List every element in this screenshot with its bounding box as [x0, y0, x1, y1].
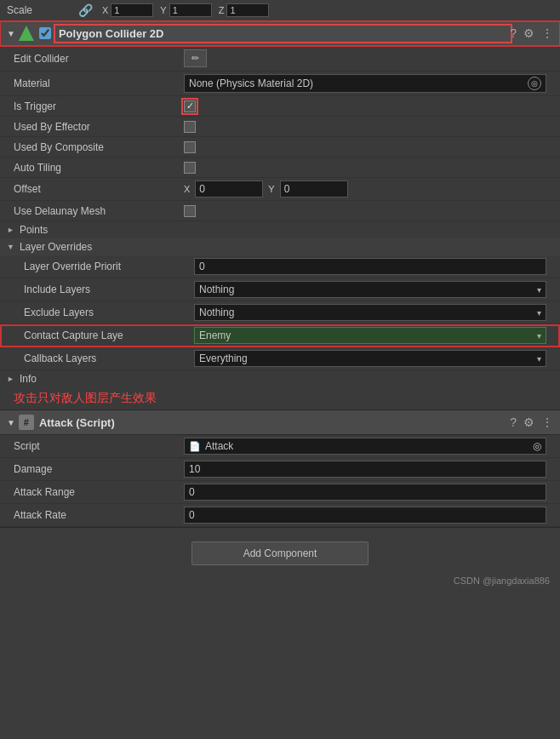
layer-overrides-arrow: ▼: [7, 243, 14, 251]
exclude-layers-value: Nothing ▾: [194, 304, 546, 321]
callback-layers-dropdown[interactable]: Everything ▾: [194, 350, 546, 367]
offset-y-label: Y: [268, 184, 274, 194]
info-section-header[interactable]: ► Info: [0, 370, 560, 387]
more-icon[interactable]: ⋮: [541, 26, 553, 40]
callback-layers-row: Callback Layers Everything ▾: [0, 347, 560, 370]
scale-label: Scale: [7, 4, 75, 16]
used-by-effector-checkbox[interactable]: [184, 121, 196, 133]
damage-row: Damage: [0, 458, 560, 481]
collapse-arrow-polygon[interactable]: ▼: [7, 29, 15, 38]
offset-x-input[interactable]: [195, 180, 263, 198]
footer: CSDN @jiangdaxia886: [0, 572, 560, 589]
polygon-collider-block: ▼ Polygon Collider 2D ? ⚙ ⋮ Edit Collide…: [0, 21, 560, 410]
attack-rate-label: Attack Rate: [14, 509, 184, 521]
is-trigger-checkbox[interactable]: [184, 100, 196, 112]
exclude-layers-label: Exclude Layers: [24, 306, 194, 318]
attack-rate-input[interactable]: [184, 507, 546, 524]
scale-row: Scale 🔗 X Y Z: [0, 0, 560, 21]
main-container: Scale 🔗 X Y Z ▼ Polygon Collider 2D ? ⚙ …: [0, 0, 560, 589]
scale-x-input[interactable]: [111, 3, 153, 17]
damage-input[interactable]: [184, 461, 546, 478]
attack-rate-value: [184, 507, 546, 524]
priority-input[interactable]: [194, 258, 546, 275]
attack-more-icon[interactable]: ⋮: [541, 415, 553, 429]
damage-label: Damage: [14, 463, 184, 475]
material-field[interactable]: None (Physics Material 2D) ◎: [184, 74, 546, 93]
scale-y-input[interactable]: [169, 3, 212, 17]
attack-settings-icon[interactable]: ⚙: [523, 415, 534, 429]
help-icon[interactable]: ?: [510, 26, 517, 40]
attack-range-value: [184, 484, 546, 501]
include-layers-dropdown[interactable]: Nothing ▾: [194, 281, 546, 298]
contact-capture-selected: Enemy: [199, 329, 231, 341]
lock-icon: 🔗: [75, 3, 95, 17]
used-by-effector-row: Used By Effector: [0, 117, 560, 137]
offset-y-input[interactable]: [280, 180, 348, 198]
is-trigger-label: Is Trigger: [14, 100, 184, 112]
edit-collider-button[interactable]: ✏: [184, 49, 207, 67]
used-by-effector-label: Used By Effector: [14, 121, 184, 133]
polygon-collider-enable-checkbox[interactable]: [39, 27, 51, 39]
used-by-composite-checkbox[interactable]: [184, 141, 196, 153]
layer-override-priority-label: Layer Override Priorit: [24, 261, 194, 272]
use-delaunay-checkbox[interactable]: [184, 205, 196, 217]
collapse-arrow-attack[interactable]: ▼: [7, 418, 15, 427]
points-section-header[interactable]: ► Points: [0, 221, 560, 238]
script-field[interactable]: 📄 Attack ◎: [184, 438, 546, 455]
callback-layers-selected: Everything: [199, 352, 248, 364]
scale-z-input[interactable]: [226, 3, 269, 17]
callback-layers-label: Callback Layers: [24, 352, 194, 364]
points-arrow: ►: [7, 226, 14, 234]
add-component-button[interactable]: Add Component: [191, 541, 369, 565]
exclude-layers-selected: Nothing: [199, 306, 234, 318]
material-select-btn[interactable]: ◎: [528, 77, 541, 90]
layer-overrides-section-header[interactable]: ▼ Layer Overrides: [0, 238, 560, 255]
exclude-layers-dropdown[interactable]: Nothing ▾: [194, 304, 546, 321]
script-value: 📄 Attack ◎: [184, 438, 546, 455]
edit-collider-label: Edit Collider: [14, 53, 184, 65]
contact-capture-arrow: ▾: [537, 331, 541, 341]
material-text: None (Physics Material 2D): [189, 77, 313, 89]
attack-script-header: ▼ # Attack (Script) ? ⚙ ⋮: [0, 410, 560, 435]
callback-layers-arrow: ▾: [537, 354, 541, 364]
include-layers-arrow: ▾: [537, 285, 541, 295]
attack-range-row: Attack Range: [0, 481, 560, 504]
include-layers-selected: Nothing: [199, 284, 234, 295]
contact-capture-label: Contact Capture Laye: [24, 329, 194, 341]
attack-script-block: ▼ # Attack (Script) ? ⚙ ⋮ Script 📄 Attac…: [0, 410, 560, 528]
is-trigger-value: [184, 100, 546, 112]
callback-layers-value: Everything ▾: [194, 350, 546, 367]
script-label: Script: [14, 440, 184, 452]
settings-icon[interactable]: ⚙: [523, 26, 534, 40]
exclude-layers-arrow: ▾: [537, 308, 541, 318]
is-trigger-row: Is Trigger: [0, 96, 560, 117]
script-row: Script 📄 Attack ◎: [0, 435, 560, 458]
use-delaunay-value: [184, 205, 546, 217]
include-layers-label: Include Layers: [24, 284, 194, 295]
use-delaunay-row: Use Delaunay Mesh: [0, 201, 560, 221]
attack-range-input[interactable]: [184, 484, 546, 501]
layer-overrides-title: Layer Overrides: [20, 241, 92, 253]
y-axis-label: Y: [160, 5, 166, 15]
offset-x-label: X: [184, 184, 190, 194]
contact-capture-dropdown[interactable]: Enemy ▾: [194, 327, 546, 344]
polygon-collider-title: Polygon Collider 2D: [56, 26, 510, 41]
layer-override-priority-row: Layer Override Priorit: [0, 255, 560, 278]
used-by-composite-row: Used By Composite: [0, 137, 560, 158]
offset-label: Offset: [14, 183, 184, 195]
script-name-inner: 📄 Attack: [189, 440, 233, 452]
include-layers-value: Nothing ▾: [194, 281, 546, 298]
edit-collider-row: Edit Collider ✏: [0, 46, 560, 72]
contact-capture-row: Contact Capture Laye Enemy ▾: [0, 324, 560, 347]
attack-script-header-icons: ? ⚙ ⋮: [510, 415, 553, 429]
edit-collider-icon: ✏: [191, 53, 199, 64]
auto-tiling-row: Auto Tiling: [0, 158, 560, 178]
damage-value: [184, 461, 546, 478]
material-row: Material None (Physics Material 2D) ◎: [0, 72, 560, 96]
auto-tiling-checkbox[interactable]: [184, 162, 196, 174]
script-doc-icon: 📄: [189, 441, 201, 452]
attack-script-title: Attack (Script): [39, 416, 510, 429]
auto-tiling-label: Auto Tiling: [14, 162, 184, 174]
attack-help-icon[interactable]: ?: [510, 415, 517, 429]
script-select-btn[interactable]: ◎: [533, 440, 541, 452]
